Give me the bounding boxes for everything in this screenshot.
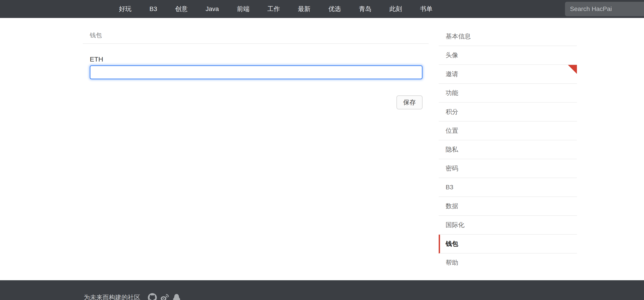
sidebar-item-i18n[interactable]: 国际化	[439, 216, 577, 235]
section-title: 钱包	[83, 31, 428, 44]
footer-content: 为未来而构建的社区	[84, 293, 184, 300]
sidebar-item-help[interactable]: 帮助	[439, 253, 577, 272]
nav-link-java[interactable]: Java	[206, 6, 219, 13]
sidebar-item-b3[interactable]: B3	[439, 178, 577, 197]
nav-link-frontend[interactable]: 前端	[237, 5, 249, 13]
sidebar-item-label: 功能	[446, 89, 458, 96]
sidebar-item-label: 钱包	[446, 240, 458, 247]
nav-link-job[interactable]: 工作	[267, 5, 280, 13]
footer-tagline: 为未来而构建的社区	[84, 293, 140, 300]
sidebar-item-label: 隐私	[446, 146, 458, 153]
nav-link-perfect[interactable]: 优选	[328, 5, 341, 13]
github-icon[interactable]	[148, 293, 157, 300]
sidebar-item-invite[interactable]: 邀请	[439, 65, 577, 84]
nav-link-fun[interactable]: 好玩	[119, 5, 132, 13]
sidebar-item-label: 头像	[446, 52, 458, 59]
nav-link-b3[interactable]: B3	[150, 6, 157, 13]
wallet-settings-card: 钱包 ETH 保存	[83, 31, 428, 109]
nav-links: 好玩 B3 创意 Java 前端 工作 最新 优选 青岛 此刻 书单	[119, 0, 432, 18]
nav-link-moment[interactable]: 此刻	[389, 5, 402, 13]
sidebar-item-basic-info[interactable]: 基本信息	[439, 27, 577, 46]
sidebar-item-label: B3	[446, 184, 453, 191]
sidebar-item-function[interactable]: 功能	[439, 84, 577, 103]
settings-sidebar: 基本信息 头像 邀请 功能 积分 位置	[439, 27, 577, 272]
settings-menu: 基本信息 头像 邀请 功能 积分 位置	[439, 27, 577, 272]
nav-link-recent[interactable]: 最新	[298, 5, 310, 13]
sidebar-item-label: 邀请	[446, 71, 458, 78]
sidebar-item-password[interactable]: 密码	[439, 159, 577, 178]
eth-field-label: ETH	[90, 56, 422, 63]
settings-page: { "colors": { "navbar_bg": "#3b3e43", "a…	[0, 0, 644, 300]
nav-link-booklist[interactable]: 书单	[420, 5, 432, 13]
button-row: 保存	[90, 95, 422, 109]
sidebar-item-wallet[interactable]: 钱包	[439, 235, 577, 253]
sidebar-item-label: 积分	[446, 108, 458, 115]
eth-address-input[interactable]	[90, 65, 422, 79]
sidebar-item-label: 基本信息	[446, 33, 471, 40]
weibo-icon[interactable]	[160, 293, 169, 300]
sidebar-item-label: 帮助	[446, 259, 458, 266]
nav-link-idea[interactable]: 创意	[175, 5, 188, 13]
sidebar-item-privacy[interactable]: 隐私	[439, 140, 577, 159]
sidebar-item-label: 国际化	[446, 221, 464, 228]
search-input[interactable]	[565, 2, 644, 16]
sidebar-item-label: 数据	[446, 203, 458, 209]
corner-ribbon-icon	[568, 65, 577, 74]
sidebar-item-geo[interactable]: 位置	[439, 122, 577, 140]
sidebar-item-label: 密码	[446, 165, 458, 172]
page-footer: 为未来而构建的社区	[0, 280, 644, 300]
save-button[interactable]: 保存	[396, 95, 422, 109]
sidebar-item-data[interactable]: 数据	[439, 197, 577, 216]
wallet-form: ETH 保存	[83, 56, 428, 109]
top-navbar: 好玩 B3 创意 Java 前端 工作 最新 优选 青岛 此刻 书单	[0, 0, 644, 18]
sidebar-item-label: 位置	[446, 127, 458, 134]
nav-link-qingdao[interactable]: 青岛	[359, 5, 371, 13]
sidebar-item-point[interactable]: 积分	[439, 103, 577, 122]
sidebar-item-avatar[interactable]: 头像	[439, 46, 577, 65]
bell-icon[interactable]	[172, 293, 181, 300]
